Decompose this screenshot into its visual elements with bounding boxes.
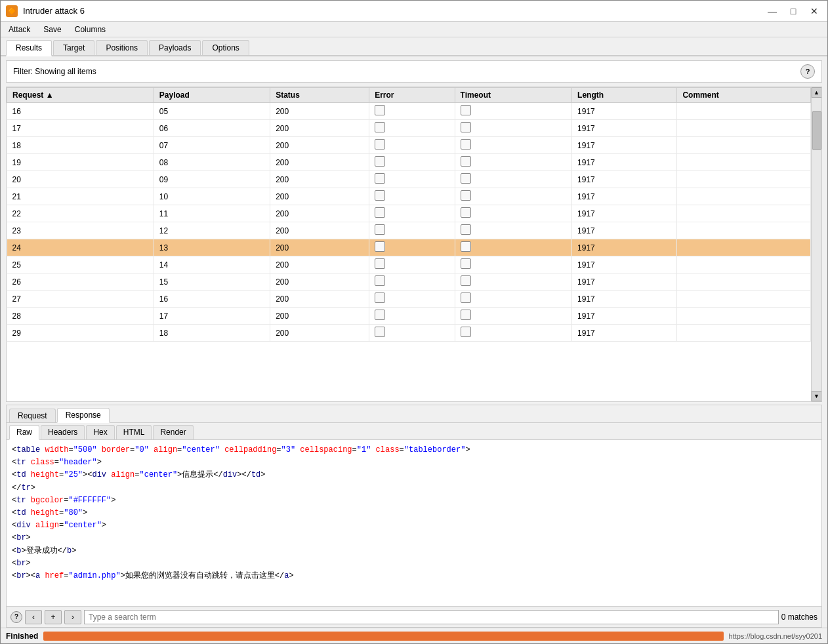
checkbox-icon: [461, 207, 471, 218]
table-scrollbar[interactable]: ▲ ▼: [811, 87, 821, 401]
table-cell: 18: [154, 325, 270, 342]
col-length[interactable]: Length: [572, 88, 677, 103]
table-cell: 200: [270, 239, 369, 256]
table-row[interactable]: 26152001917: [7, 273, 811, 291]
tab-positions[interactable]: Positions: [96, 40, 148, 55]
content-tab-raw[interactable]: Raw: [9, 425, 39, 440]
col-error[interactable]: Error: [369, 88, 455, 103]
table-row[interactable]: 20092001917: [7, 171, 811, 188]
table-cell: 200: [270, 188, 369, 205]
checkbox-icon: [461, 275, 471, 286]
search-add-button[interactable]: +: [45, 610, 62, 624]
tab-results[interactable]: Results: [6, 40, 52, 56]
content-tab-hex[interactable]: Hex: [86, 425, 114, 439]
table-cell: 17: [7, 120, 154, 137]
checkbox-icon: [375, 310, 385, 320]
table-cell: [677, 103, 811, 120]
table-cell: [455, 256, 572, 273]
table-row[interactable]: 24132001917: [7, 239, 811, 256]
table-scroll-area[interactable]: Request ▲ Payload Status Error Timeout L…: [7, 87, 811, 401]
tab-payloads[interactable]: Payloads: [149, 40, 201, 55]
table-cell: [677, 222, 811, 239]
scroll-track[interactable]: [812, 98, 821, 391]
table-row[interactable]: 19082001917: [7, 154, 811, 171]
search-help-button[interactable]: ?: [10, 611, 22, 623]
content-tab-render[interactable]: Render: [153, 425, 193, 439]
table-cell: 05: [154, 103, 270, 120]
minimize-button[interactable]: —: [764, 3, 780, 19]
checkbox-icon: [461, 139, 471, 150]
match-count: 0 matches: [781, 613, 818, 622]
table-row[interactable]: 23122001917: [7, 222, 811, 239]
main-tabs-bar: Results Target Positions Payloads Option…: [1, 37, 827, 56]
table-cell: 10: [154, 188, 270, 205]
table-cell: [677, 291, 811, 308]
filter-help-button[interactable]: ?: [800, 64, 815, 79]
bottom-panel: Request Response Raw Headers Hex HTML Re…: [6, 405, 822, 628]
scroll-up-arrow[interactable]: ▲: [812, 87, 822, 98]
code-content-area: <table width="500" border="0" align="cen…: [7, 440, 821, 606]
scroll-thumb[interactable]: [812, 111, 821, 150]
table-row[interactable]: 29182001917: [7, 325, 811, 342]
table-row[interactable]: 28172001917: [7, 308, 811, 325]
menu-save[interactable]: Save: [38, 24, 66, 35]
table-row[interactable]: 27162001917: [7, 291, 811, 308]
table-cell: 200: [270, 137, 369, 154]
close-button[interactable]: ✕: [806, 3, 822, 19]
table-cell: 200: [270, 325, 369, 342]
maximize-button[interactable]: □: [785, 3, 801, 19]
code-line: <br>: [12, 557, 816, 570]
checkbox-icon: [375, 241, 385, 252]
sub-tab-response[interactable]: Response: [57, 408, 110, 423]
table-row[interactable]: 17062001917: [7, 120, 811, 137]
table-cell: [677, 205, 811, 222]
code-line: <br><a href="admin.php">如果您的浏览器没有自动跳转，请点…: [12, 570, 816, 582]
search-next-button[interactable]: ›: [64, 610, 81, 624]
col-payload[interactable]: Payload: [154, 88, 270, 103]
checkbox-icon: [375, 139, 385, 150]
table-row[interactable]: 22112001917: [7, 205, 811, 222]
checkbox-icon: [375, 156, 385, 167]
search-input[interactable]: [84, 610, 779, 624]
menu-columns[interactable]: Columns: [70, 24, 111, 35]
col-timeout[interactable]: Timeout: [455, 88, 572, 103]
col-status[interactable]: Status: [270, 88, 369, 103]
col-comment[interactable]: Comment: [677, 88, 811, 103]
table-cell: [369, 188, 455, 205]
results-table: Request ▲ Payload Status Error Timeout L…: [7, 87, 811, 342]
table-cell: 16: [154, 291, 270, 308]
table-cell: 13: [154, 239, 270, 256]
results-table-container: Request ▲ Payload Status Error Timeout L…: [6, 87, 822, 402]
scroll-down-arrow[interactable]: ▼: [812, 391, 822, 401]
table-cell: 20: [7, 171, 154, 188]
content-tab-html[interactable]: HTML: [116, 425, 152, 439]
col-request[interactable]: Request ▲: [7, 88, 154, 103]
content-tab-headers[interactable]: Headers: [41, 425, 85, 439]
table-cell: [369, 256, 455, 273]
table-row[interactable]: 25142001917: [7, 256, 811, 273]
checkbox-icon: [375, 122, 385, 132]
menu-attack[interactable]: Attack: [3, 24, 35, 35]
table-cell: 29: [7, 325, 154, 342]
search-prev-button[interactable]: ‹: [25, 610, 42, 624]
table-cell: [369, 273, 455, 291]
checkbox-icon: [375, 190, 385, 201]
table-cell: [455, 239, 572, 256]
table-cell: 1917: [572, 205, 677, 222]
window-controls: — □ ✕: [764, 3, 822, 19]
table-cell: [677, 171, 811, 188]
sub-tab-request[interactable]: Request: [9, 409, 56, 422]
table-cell: [677, 154, 811, 171]
tab-target[interactable]: Target: [53, 40, 94, 55]
code-line: <tr bgcolor="#FFFFFF">: [12, 494, 816, 507]
table-row[interactable]: 16052001917: [7, 103, 811, 120]
table-row[interactable]: 18072001917: [7, 137, 811, 154]
table-row[interactable]: 21102001917: [7, 188, 811, 205]
table-cell: [455, 205, 572, 222]
table-cell: 1917: [572, 120, 677, 137]
tab-options[interactable]: Options: [202, 40, 249, 55]
table-cell: 1917: [572, 239, 677, 256]
status-bar: Finished https://blog.csdn.net/syy0201: [1, 628, 827, 643]
table-cell: [677, 256, 811, 273]
table-cell: 1917: [572, 137, 677, 154]
